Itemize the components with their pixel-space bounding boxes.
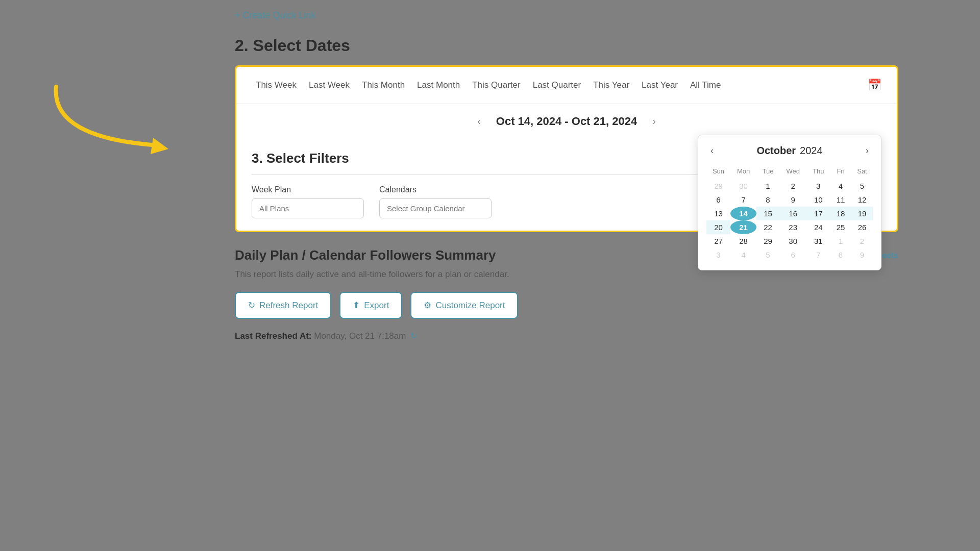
cal-day[interactable]: 16 (779, 207, 807, 220)
cal-day[interactable]: 25 (830, 220, 851, 234)
cal-weekday-tue: Tue (756, 165, 779, 179)
cal-day[interactable]: 31 (807, 234, 830, 248)
report-desc: This report lists daily active and all-t… (235, 269, 898, 280)
cal-day[interactable]: 8 (830, 248, 851, 262)
cal-day[interactable]: 15 (756, 207, 779, 220)
cal-day[interactable]: 29 (706, 179, 730, 193)
tab-this-week[interactable]: This Week (252, 78, 301, 92)
export-btn[interactable]: ⬆ Export (339, 292, 402, 319)
action-buttons: ↻ Refresh Report ⬆ Export ⚙ Customize Re… (235, 292, 898, 319)
cal-day[interactable]: 14 (730, 207, 756, 220)
cal-prev-btn[interactable]: ‹ (706, 143, 718, 158)
cal-day[interactable]: 5 (756, 248, 779, 262)
cal-day[interactable]: 27 (706, 234, 730, 248)
cal-day[interactable]: 2 (851, 234, 873, 248)
week-plan-label: Week Plan (252, 185, 364, 194)
cal-day[interactable]: 7 (730, 193, 756, 207)
cal-year: 2024 (800, 145, 823, 157)
customize-report-btn[interactable]: ⚙ Customize Report (410, 292, 518, 319)
cal-day[interactable]: 1 (830, 234, 851, 248)
cal-day[interactable]: 1 (756, 179, 779, 193)
cal-day[interactable]: 30 (730, 179, 756, 193)
tab-this-month[interactable]: This Month (358, 78, 409, 92)
date-range-text: Oct 14, 2024 - Oct 21, 2024 (486, 115, 647, 128)
prev-range-btn[interactable]: ‹ (472, 113, 486, 129)
cal-day[interactable]: 7 (807, 248, 830, 262)
main-panel: This Week Last Week This Month Last Mont… (235, 65, 898, 232)
cal-weekday-thu: Thu (807, 165, 830, 179)
cal-day[interactable]: 6 (706, 193, 730, 207)
svg-marker-0 (151, 138, 168, 154)
gear-icon: ⚙ (424, 300, 431, 311)
last-refreshed-row: Last Refreshed At: Monday, Oct 21 7:18am… (235, 331, 898, 341)
arrow-annotation (41, 77, 184, 158)
cal-day[interactable]: 24 (807, 220, 830, 234)
date-tabs-row: This Week Last Week This Month Last Mont… (236, 67, 897, 104)
cal-day[interactable]: 13 (706, 207, 730, 220)
cal-weekday-wed: Wed (779, 165, 807, 179)
cal-day[interactable]: 5 (851, 179, 873, 193)
cal-day[interactable]: 3 (807, 179, 830, 193)
next-range-btn[interactable]: › (647, 113, 661, 129)
last-refreshed-value: Monday, Oct 21 7:18am (314, 331, 406, 341)
cal-day[interactable]: 30 (779, 234, 807, 248)
tab-all-time[interactable]: All Time (686, 78, 725, 92)
tab-last-week[interactable]: Last Week (305, 78, 354, 92)
cal-grid: Sun Mon Tue Wed Thu Fri Sat 293012345678… (706, 165, 873, 262)
week-plan-input[interactable] (252, 198, 364, 218)
calendars-input[interactable] (379, 198, 492, 218)
cal-weekday-sat: Sat (851, 165, 873, 179)
cal-day[interactable]: 23 (779, 220, 807, 234)
cal-day[interactable]: 17 (807, 207, 830, 220)
cal-day[interactable]: 22 (756, 220, 779, 234)
refresh-inline-icon[interactable]: ↻ (410, 332, 417, 340)
cal-day[interactable]: 3 (706, 248, 730, 262)
calendars-group: Calendars (379, 185, 492, 218)
cal-header: ‹ October 2024 › (706, 143, 873, 158)
cal-day[interactable]: 6 (779, 248, 807, 262)
week-plan-group: Week Plan (252, 185, 364, 218)
tab-last-year[interactable]: Last Year (638, 78, 682, 92)
cal-day[interactable]: 21 (730, 220, 756, 234)
export-icon: ⬆ (353, 300, 360, 311)
tab-last-quarter[interactable]: Last Quarter (529, 78, 585, 92)
tab-this-quarter[interactable]: This Quarter (468, 78, 524, 92)
cal-day[interactable]: 11 (830, 193, 851, 207)
last-refreshed-label: Last Refreshed At: (235, 331, 312, 341)
cal-next-btn[interactable]: › (862, 143, 873, 158)
cal-day[interactable]: 2 (779, 179, 807, 193)
cal-month: October (756, 145, 796, 157)
cal-day[interactable]: 10 (807, 193, 830, 207)
cal-day[interactable]: 18 (830, 207, 851, 220)
refresh-report-btn[interactable]: ↻ Refresh Report (235, 292, 331, 319)
section2-title: 2. Select Dates (61, 31, 919, 65)
cal-weekday-mon: Mon (730, 165, 756, 179)
date-range-row: ‹ Oct 14, 2024 - Oct 21, 2024 › ‹ Octobe… (236, 104, 897, 138)
cal-day[interactable]: 4 (730, 248, 756, 262)
calendars-label: Calendars (379, 185, 492, 194)
cal-day[interactable]: 9 (851, 248, 873, 262)
calendar-icon: 📅 (868, 79, 881, 91)
cal-weekday-fri: Fri (830, 165, 851, 179)
cal-day[interactable]: 8 (756, 193, 779, 207)
cal-day[interactable]: 12 (851, 193, 873, 207)
cal-day[interactable]: 20 (706, 220, 730, 234)
quick-link[interactable]: + Create Quick Link (61, 0, 919, 21)
tab-this-year[interactable]: This Year (589, 78, 633, 92)
cal-day[interactable]: 19 (851, 207, 873, 220)
report-title-text: Daily Plan / Calendar Followers Summary (235, 247, 496, 263)
calendar-popup: ‹ October 2024 › Sun Mon Tue Wed (698, 135, 881, 270)
refresh-icon: ↻ (248, 300, 255, 311)
cal-day[interactable]: 29 (756, 234, 779, 248)
cal-day[interactable]: 4 (830, 179, 851, 193)
cal-day[interactable]: 26 (851, 220, 873, 234)
cal-month-year: October 2024 (756, 145, 822, 157)
tab-last-month[interactable]: Last Month (413, 78, 464, 92)
cal-day[interactable]: 28 (730, 234, 756, 248)
calendar-icon-btn[interactable]: 📅 (868, 79, 881, 92)
cal-day[interactable]: 9 (779, 193, 807, 207)
cal-weekday-sun: Sun (706, 165, 730, 179)
